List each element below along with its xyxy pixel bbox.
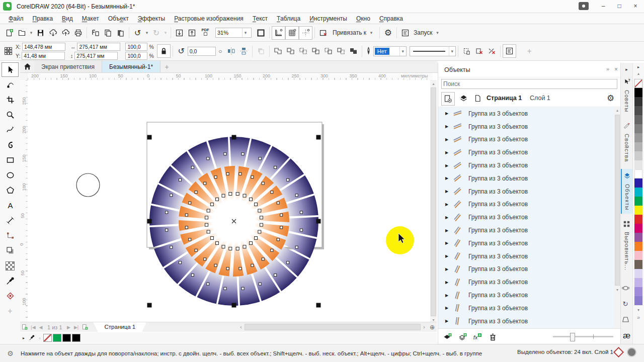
more-options-button[interactable]: + <box>523 45 536 57</box>
minimize-button[interactable]: – <box>596 0 611 12</box>
palette-color-swatch-5[interactable] <box>634 124 642 133</box>
object-node-handle[interactable] <box>226 172 229 175</box>
selection-handle[interactable] <box>147 135 152 140</box>
selection-handle[interactable] <box>147 303 152 308</box>
palette-color-swatch-16[interactable] <box>634 224 642 233</box>
slider-thumb[interactable] <box>570 333 575 341</box>
docker-settings-gear-icon[interactable]: ⚙ <box>604 92 617 105</box>
object-node-handle[interactable] <box>210 203 213 206</box>
palette-color-swatch-4[interactable] <box>634 115 642 124</box>
redo-button[interactable]: ↻ <box>150 27 163 39</box>
document-palette-swatch-3[interactable] <box>72 334 80 342</box>
object-node-handle[interactable] <box>255 203 258 206</box>
object-node-handle[interactable] <box>189 238 191 241</box>
undo-dropdown-icon[interactable]: ▾ <box>144 30 150 35</box>
close-button[interactable]: × <box>628 0 643 12</box>
object-node-handle[interactable] <box>224 287 226 290</box>
object-node-handle[interactable] <box>239 267 242 270</box>
object-node-handle[interactable] <box>236 193 239 196</box>
no-color-swatch[interactable] <box>43 334 52 342</box>
expand-chevron-icon[interactable]: ▶ <box>445 163 451 168</box>
objects-list-row[interactable]: ▶Группа из 3 объектов <box>438 159 620 172</box>
text-tool[interactable]: A <box>2 198 19 213</box>
palette-color-swatch-6[interactable] <box>634 133 642 142</box>
canvas-svg[interactable] <box>28 80 430 322</box>
drawing-canvas[interactable] <box>28 80 430 322</box>
layer-manager-icon[interactable] <box>457 92 470 105</box>
menu-item-объект[interactable]: Объект <box>104 14 133 24</box>
docker-expand-icon[interactable]: ▸ <box>621 67 632 72</box>
paste-special-button[interactable] <box>89 27 102 39</box>
palette-color-swatch-12[interactable] <box>634 188 642 197</box>
menu-item-файл[interactable]: Файл <box>4 14 28 24</box>
object-node-handle[interactable] <box>210 237 213 240</box>
expand-chevron-icon[interactable]: ▶ <box>445 293 451 298</box>
objects-search-input[interactable] <box>441 79 617 89</box>
palette-scroll-left-icon[interactable]: ‹ <box>36 335 43 341</box>
object-node-handle[interactable] <box>185 214 188 216</box>
new-master-layer-button[interactable] <box>456 331 469 343</box>
launch-button[interactable]: Запуск▾ <box>412 27 443 39</box>
object-node-handle[interactable] <box>226 267 229 270</box>
fullscreen-preview-button[interactable] <box>255 27 267 39</box>
palette-eyedropper-icon[interactable] <box>27 332 36 344</box>
x-position-input[interactable] <box>22 43 65 51</box>
print-button[interactable] <box>72 27 85 39</box>
page-tab[interactable]: Страница 1 <box>94 322 147 332</box>
launch-button-icon[interactable] <box>399 27 412 39</box>
last-page-icon[interactable]: ▶| <box>72 325 80 330</box>
expand-chevron-icon[interactable]: ▶ <box>445 241 451 245</box>
object-node-handle[interactable] <box>262 182 264 185</box>
import-button[interactable] <box>173 27 186 39</box>
palette-color-swatch-2[interactable] <box>634 97 642 106</box>
open-button[interactable] <box>16 27 28 39</box>
expand-chevron-icon[interactable]: ▶ <box>445 124 451 129</box>
object-node-handle[interactable] <box>166 229 168 231</box>
object-node-handle[interactable] <box>214 176 217 178</box>
add-page-start-button[interactable] <box>20 323 29 332</box>
object-node-handle[interactable] <box>222 194 225 197</box>
expand-chevron-icon[interactable]: ▶ <box>445 137 451 142</box>
object-node-handle[interactable] <box>250 198 253 201</box>
object-node-handle[interactable] <box>287 261 289 264</box>
new-document-button[interactable] <box>3 27 16 39</box>
vertical-scroll-thumb[interactable] <box>431 87 436 316</box>
paste-button[interactable] <box>114 27 127 39</box>
object-width-input[interactable] <box>77 43 120 51</box>
export-button[interactable] <box>186 27 198 39</box>
docker-tab-выровнять-[interactable]: Выровнять... <box>621 217 632 274</box>
list-scroll-thumb[interactable] <box>615 115 620 286</box>
object-node-handle[interactable] <box>280 226 283 229</box>
palette-color-swatch-24[interactable] <box>634 296 642 305</box>
object-node-handle[interactable] <box>242 153 244 155</box>
crop-tool[interactable] <box>2 93 19 107</box>
undo-button[interactable]: ↺ <box>131 27 144 39</box>
hscroll-left-icon[interactable]: ‹ <box>237 324 245 330</box>
combine-button[interactable] <box>347 45 360 57</box>
artistic-media-tool[interactable] <box>2 138 19 152</box>
object-node-handle[interactable] <box>242 287 244 290</box>
object-node-handle[interactable] <box>191 166 194 168</box>
objects-list-row[interactable]: ▶Группа из 3 объектов <box>438 250 620 263</box>
object-node-handle[interactable] <box>205 223 208 226</box>
launch-dropdown-icon[interactable]: ▾ <box>435 30 441 35</box>
palette-color-swatch-13[interactable] <box>634 197 642 206</box>
scale-horizontal-input[interactable] <box>125 43 147 51</box>
object-node-handle[interactable] <box>259 283 261 285</box>
ellipse-tool[interactable] <box>2 168 19 183</box>
objects-list-row[interactable]: ▶Группа из 3 объектов <box>438 289 620 302</box>
object-node-handle[interactable] <box>204 182 206 185</box>
object-node-handle[interactable] <box>189 202 191 204</box>
new-effect-button[interactable]: fx <box>471 331 484 343</box>
mirror-vertical-button[interactable] <box>237 45 250 57</box>
lock-ratio-button[interactable] <box>157 44 171 58</box>
palette-color-swatch-20[interactable] <box>634 260 642 269</box>
first-page-icon[interactable]: |◀ <box>29 325 37 330</box>
object-node-handle[interactable] <box>300 229 302 231</box>
objects-list-row[interactable]: ▶Группа из 3 объектов <box>438 276 620 289</box>
hscroll-right-icon[interactable]: › <box>421 324 428 330</box>
object-node-handle[interactable] <box>191 274 194 277</box>
show-pages-button[interactable] <box>441 92 455 106</box>
object-node-handle[interactable] <box>204 258 206 260</box>
delete-outline-button[interactable] <box>486 45 498 57</box>
